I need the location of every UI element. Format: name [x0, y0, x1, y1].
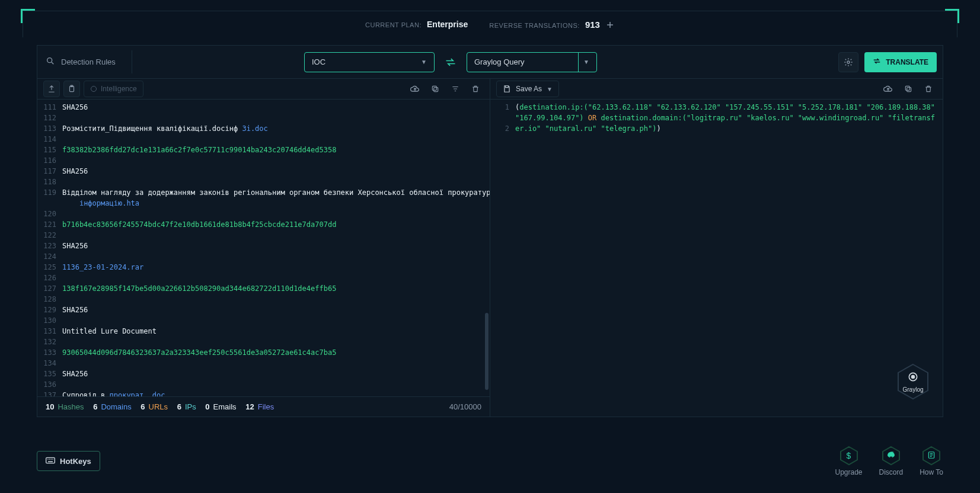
search-icon: [46, 56, 55, 68]
svg-rect-9: [46, 457, 55, 463]
reverse-translations-block: REVERSE TRANSLATIONS: 913: [489, 20, 615, 30]
hashes-count: 10: [46, 402, 54, 411]
target-panel: Save As ▼ 12 (destination.ip:("62.133.62…: [490, 78, 943, 417]
svg-rect-5: [434, 88, 438, 92]
footer-actions: $ Upgrade Discord How To: [835, 446, 943, 476]
cloud-upload-button[interactable]: [407, 81, 423, 97]
howto-label: How To: [920, 468, 943, 476]
plan-label: CURRENT PLAN:: [365, 21, 422, 28]
intelligence-label: Intelligence: [101, 85, 137, 93]
svg-point-4: [91, 87, 97, 92]
domains-count: 6: [93, 402, 97, 411]
discord-button[interactable]: Discord: [879, 446, 904, 476]
detection-rules-tab[interactable]: Detection Rules: [37, 50, 132, 73]
upgrade-icon: $: [839, 446, 859, 466]
add-translations-button[interactable]: [605, 20, 615, 30]
target-editor[interactable]: 12 (destination.ip:("62.133.62.118" "62.…: [490, 100, 943, 417]
source-panel: Intelligence 111112113114115116117118119…: [37, 78, 490, 417]
plan-value: Enterprise: [427, 20, 468, 29]
files-count: 12: [245, 402, 254, 411]
keyboard-icon: [46, 457, 55, 466]
chevron-down-icon: ▼: [547, 86, 553, 92]
translate-label: TRANSLATE: [886, 58, 928, 66]
control-row: Detection Rules IOC ▼ Graylog Query ▼ TR…: [37, 46, 943, 78]
source-status-bar: 10 Hashes 6 Domains 6 URLs 6 IPs 0 Email…: [37, 396, 490, 417]
cloud-upload-button[interactable]: [880, 81, 896, 97]
char-counter: 40/10000: [449, 402, 481, 411]
copy-button[interactable]: [900, 81, 917, 97]
bottom-bar: HotKeys $ Upgrade Discord: [37, 446, 943, 476]
settings-button[interactable]: [838, 52, 858, 72]
line-gutter: 12: [490, 100, 513, 417]
svg-point-1: [847, 61, 850, 63]
translate-button[interactable]: TRANSLATE: [864, 52, 937, 72]
save-as-label: Save As: [516, 85, 542, 93]
clipboard-button[interactable]: [63, 81, 80, 97]
scrollbar-thumb[interactable]: [485, 313, 489, 390]
rt-value: 913: [585, 20, 600, 30]
line-gutter: 111112113114115116117118119 120121122123…: [37, 100, 60, 396]
emails-label: Emails: [213, 402, 237, 411]
delete-button[interactable]: [920, 81, 937, 97]
copy-button[interactable]: [427, 81, 443, 97]
translate-icon: [873, 57, 881, 67]
code-content[interactable]: (destination.ip:("62.133.62.118" "62.133…: [513, 100, 943, 417]
main-area: Detection Rules IOC ▼ Graylog Query ▼ TR…: [37, 45, 943, 417]
delete-button[interactable]: [467, 81, 484, 97]
top-bar: CURRENT PLAN: Enterprise REVERSE TRANSLA…: [23, 11, 957, 37]
panels: Intelligence 111112113114115116117118119…: [37, 78, 943, 417]
howto-icon: [921, 446, 941, 466]
save-as-button[interactable]: Save As ▼: [496, 81, 559, 97]
upload-button[interactable]: [43, 81, 60, 97]
source-toolbar: Intelligence: [37, 78, 490, 100]
graylog-label: Graylog: [902, 386, 923, 393]
target-format-value: Graylog Query: [474, 57, 525, 66]
ips-count: 6: [177, 402, 181, 411]
intelligence-button[interactable]: Intelligence: [84, 81, 143, 97]
upgrade-button[interactable]: $ Upgrade: [835, 446, 862, 476]
urls-label: URLs: [149, 402, 168, 411]
app-frame: CURRENT PLAN: Enterprise REVERSE TRANSLA…: [23, 11, 957, 37]
graylog-icon: [907, 371, 919, 385]
upgrade-label: Upgrade: [835, 468, 862, 476]
code-content[interactable]: SHA256 Розмістити_Підвищення кваліфікаці…: [60, 100, 490, 396]
svg-point-16: [912, 376, 915, 379]
files-label: Files: [258, 402, 274, 411]
detection-rules-label: Detection Rules: [61, 57, 116, 66]
hotkeys-button[interactable]: HotKeys: [37, 451, 100, 471]
discord-icon: [881, 446, 901, 466]
svg-point-0: [47, 58, 52, 63]
svg-rect-7: [907, 88, 911, 92]
source-editor[interactable]: 111112113114115116117118119 120121122123…: [37, 100, 490, 396]
hotkeys-label: HotKeys: [60, 457, 91, 466]
emails-count: 0: [205, 402, 209, 411]
plan-block: CURRENT PLAN: Enterprise: [365, 20, 468, 29]
discord-label: Discord: [879, 468, 904, 476]
svg-rect-8: [905, 86, 909, 90]
graylog-badge[interactable]: Graylog: [896, 363, 930, 401]
howto-button[interactable]: How To: [920, 446, 943, 476]
target-toolbar: Save As ▼: [490, 78, 943, 100]
filter-button[interactable]: [447, 81, 464, 97]
chevron-down-icon: ▼: [578, 53, 589, 72]
ips-label: IPs: [185, 402, 196, 411]
domains-label: Domains: [101, 402, 131, 411]
rt-label: REVERSE TRANSLATIONS:: [489, 22, 580, 29]
target-format-select[interactable]: Graylog Query ▼: [467, 52, 597, 72]
source-format-value: IOC: [312, 57, 325, 66]
swap-button[interactable]: [440, 56, 461, 68]
chevron-down-icon: ▼: [421, 59, 427, 65]
urls-count: 6: [141, 402, 145, 411]
hashes-label: Hashes: [58, 402, 84, 411]
source-format-select[interactable]: IOC ▼: [304, 52, 435, 72]
svg-rect-6: [432, 86, 436, 90]
